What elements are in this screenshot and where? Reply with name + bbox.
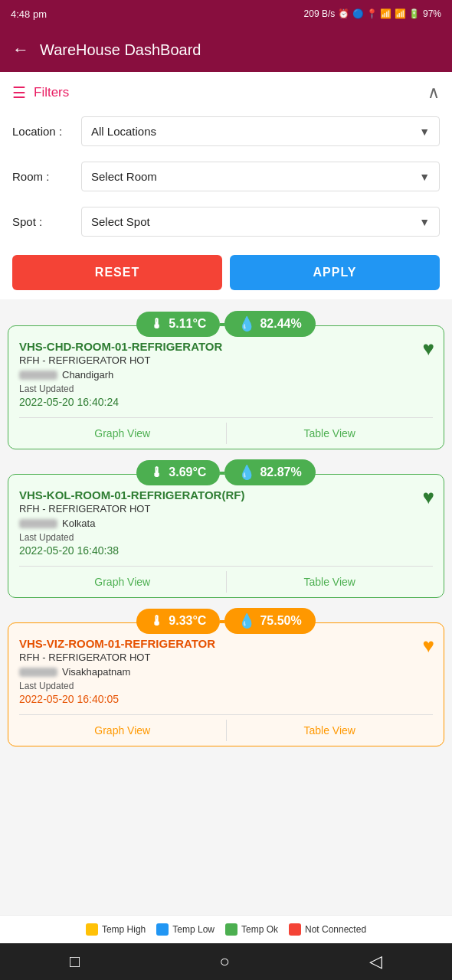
card-actions-3: Graph View Table View [19,714,433,746]
spot-value: Select Spot [91,215,150,228]
legend-label-ok: Temp Ok [241,924,278,935]
spot-dropdown[interactable]: Select Spot ▼ [81,207,440,237]
room-dropdown[interactable]: Select Room ▼ [81,162,440,191]
thermometer-icon-1: 🌡 [150,316,164,332]
metrics-row-2: 🌡 3.69°C 💧 82.87% [8,459,444,485]
legend-bar: Temp High Temp Low Temp Ok Not Connected [0,915,452,943]
spot-label: Spot : [12,215,81,228]
updated-label-3: Last Updated [19,681,433,691]
humidity-icon-3: 💧 [238,612,255,629]
updated-label-2: Last Updated [19,532,433,543]
page-title: WareHouse DashBoard [40,41,201,59]
timestamp-1: 2022-05-20 16:40:24 [19,396,433,408]
location-filter-row: Location : All Locations ▼ [12,109,440,154]
nav-home-button[interactable]: ○ [204,944,244,979]
city-1: Chandigarh [62,369,113,381]
device-id-1: VHS-CHD-ROOM-01-REFRIGERATOR [19,340,433,353]
legend-dot-red [289,923,301,936]
filter-icon: ☰ [12,83,26,102]
device-id-3: VHS-VIZ-ROOM-01-REFRIGERATOR [19,637,433,650]
legend-dot-blue [156,923,169,936]
humidity-badge-1: 💧 82.44% [224,311,315,337]
temp-value-3: 9.33°C [169,614,206,628]
status-right: 209 B/s ⏰ 🔵 📍 📶 📶 🔋 97% [304,8,441,19]
graph-view-btn-1[interactable]: Graph View [19,418,226,449]
status-bar: 4:48 pm 209 B/s ⏰ 🔵 📍 📶 📶 🔋 97% [0,0,452,28]
city-3: Visakhapatnam [62,666,130,678]
humidity-icon-2: 💧 [238,464,255,481]
temp-badge-1: 🌡 5.11°C [136,312,220,337]
temp-badge-3: 🌡 9.33°C [136,609,220,634]
nav-square-button[interactable]: □ [54,944,95,979]
filters-title: Filters [34,85,69,100]
humidity-value-3: 75.50% [260,614,301,628]
legend-label-high: Temp High [102,924,146,935]
humidity-badge-3: 💧 75.50% [224,608,315,634]
humidity-value-2: 82.87% [260,466,301,479]
temp-value-2: 3.69°C [169,466,206,479]
favorite-icon-1[interactable]: ♥ [423,337,434,361]
metrics-row-3: 🌡 9.33°C 💧 75.50% [8,608,444,634]
bottom-nav: □ ○ ◁ [0,943,452,980]
nav-back-button[interactable]: ◁ [354,944,398,979]
cards-container: 🌡 5.11°C 💧 82.44% ♥ VHS-CHD-ROOM-01-REFR… [0,302,452,831]
card-actions-1: Graph View Table View [19,417,433,449]
filters-label-row: ☰ Filters [12,83,69,102]
graph-view-btn-3[interactable]: Graph View [19,715,226,746]
legend-temp-low: Temp Low [156,923,215,936]
location-label: Location : [12,125,81,138]
favorite-icon-2[interactable]: ♥ [423,485,434,509]
metrics-row-1: 🌡 5.11°C 💧 82.44% [8,311,444,337]
app-header: ← WareHouse DashBoard [0,28,452,72]
table-view-btn-1[interactable]: Table View [227,418,434,449]
sensor-card-2: 🌡 3.69°C 💧 82.87% ♥ VHS-KOL-ROOM-01-REFR… [8,474,444,598]
room-dropdown-arrow: ▼ [419,171,430,183]
table-view-btn-3[interactable]: Table View [227,715,434,746]
location-dropdown-arrow: ▼ [419,126,430,138]
legend-label-nc: Not Connected [305,924,366,935]
room-label: Room : [12,170,81,183]
graph-view-btn-2[interactable]: Graph View [19,567,226,597]
room-filter-row: Room : Select Room ▼ [12,154,440,199]
city-2: Kolkata [62,518,95,529]
location-blur-3 [19,668,57,677]
legend-temp-ok: Temp Ok [225,923,278,936]
temp-badge-2: 🌡 3.69°C [136,460,220,485]
humidity-icon-1: 💧 [238,315,255,332]
timestamp-2: 2022-05-20 16:40:38 [19,544,433,557]
timestamp-3: 2022-05-20 16:40:05 [19,693,433,705]
status-icons: ⏰ 🔵 📍 📶 📶 🔋 [338,8,420,19]
filters-collapse-icon[interactable]: ∧ [427,83,440,103]
humidity-value-1: 82.44% [260,317,301,331]
location-blur-2 [19,519,57,528]
location-row-3: Visakhapatnam [19,666,433,678]
spot-filter-row: Spot : Select Spot ▼ [12,199,440,244]
sensor-card-1: 🌡 5.11°C 💧 82.44% ♥ VHS-CHD-ROOM-01-REFR… [8,325,444,449]
location-row-2: Kolkata [19,518,433,529]
filters-header: ☰ Filters ∧ [12,72,440,109]
device-id-2: VHS-KOL-ROOM-01-REFRIGERATOR(RF) [19,488,433,501]
updated-label-1: Last Updated [19,384,433,394]
legend-temp-high: Temp High [86,923,146,936]
status-battery: 97% [423,8,441,19]
sensor-card-3: 🌡 9.33°C 💧 75.50% ♥ VHS-VIZ-ROOM-01-REFR… [8,622,444,746]
legend-not-connected: Not Connected [289,923,366,936]
location-dropdown[interactable]: All Locations ▼ [81,116,440,146]
legend-dot-yellow [86,923,98,936]
location-blur-1 [19,371,57,380]
room-value: Select Room [91,170,157,183]
apply-button[interactable]: APPLY [230,255,440,290]
filter-buttons: RESET APPLY [12,255,440,290]
spot-dropdown-arrow: ▼ [419,216,430,228]
reset-button[interactable]: RESET [12,255,222,290]
thermometer-icon-3: 🌡 [150,613,164,629]
thermometer-icon-2: 🌡 [150,465,164,481]
favorite-icon-3[interactable]: ♥ [423,634,434,658]
device-type-1: RFH - REFRIGERATOR HOT [19,354,433,366]
humidity-badge-2: 💧 82.87% [224,459,315,485]
location-value: All Locations [91,125,156,138]
status-time: 4:48 pm [11,8,47,20]
filters-section: ☰ Filters ∧ Location : All Locations ▼ R… [0,72,452,299]
table-view-btn-2[interactable]: Table View [227,567,434,597]
back-button[interactable]: ← [12,40,29,60]
